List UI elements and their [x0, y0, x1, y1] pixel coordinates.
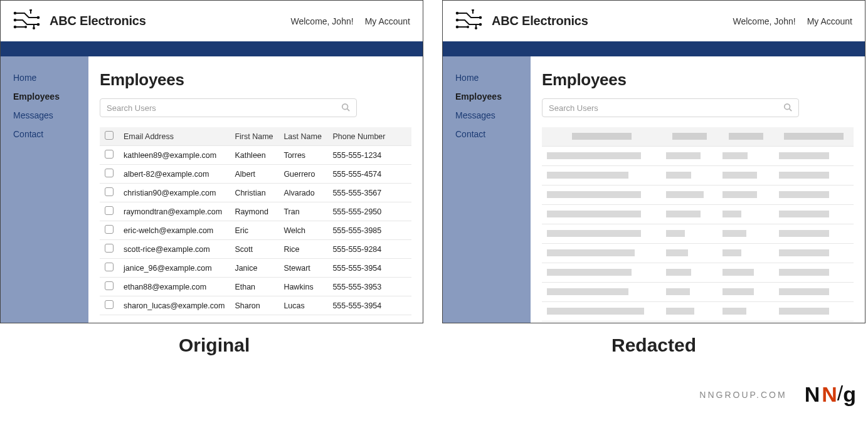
- panel-original: ABC Electronics Welcome, John! My Accoun…: [0, 0, 423, 323]
- cell-last: Hawkins: [278, 278, 327, 296]
- cell-email: eric-welch@example.com: [119, 221, 230, 240]
- cell-email: kathleen89@example.com: [119, 146, 230, 165]
- sidebar-item-home[interactable]: Home: [13, 73, 88, 83]
- col-header-email[interactable]: Email Address: [119, 127, 230, 146]
- redacted-bar: [779, 288, 829, 295]
- cell-first: Christian: [230, 184, 278, 202]
- cell-phone: 555-555-3953: [327, 278, 411, 296]
- svg-line-19: [790, 108, 792, 111]
- my-account-link[interactable]: My Account: [807, 16, 852, 26]
- redacted-bar: [547, 152, 641, 159]
- svg-point-11: [456, 19, 459, 22]
- my-account-link[interactable]: My Account: [365, 16, 410, 26]
- col-header-first[interactable]: First Name: [230, 127, 278, 146]
- row-checkbox[interactable]: [105, 281, 114, 290]
- redacted-bar: [722, 249, 741, 256]
- cell-last: Alvarado: [278, 184, 327, 202]
- table-row: albert-82@example.comAlbertGuerrero555-5…: [100, 165, 411, 184]
- svg-point-4: [37, 23, 40, 26]
- table-row: [542, 283, 854, 302]
- table-row: scott-rice@example.comScottRice555-555-9…: [100, 240, 411, 259]
- svg-point-1: [14, 19, 17, 22]
- cell-first: Eric: [230, 221, 278, 240]
- svg-line-9: [347, 108, 350, 111]
- redacted-bar: [666, 249, 688, 256]
- redacted-bar: [779, 230, 829, 237]
- redacted-bar: [729, 133, 763, 140]
- sidebar-item-home[interactable]: Home: [455, 73, 531, 83]
- brand: ABC Electronics: [13, 9, 146, 33]
- redacted-bar: [779, 152, 829, 159]
- sidebar-item-messages[interactable]: Messages: [455, 110, 531, 120]
- brand-name: ABC Electronics: [492, 14, 588, 28]
- sidebar-item-employees[interactable]: Employees: [13, 91, 88, 102]
- redacted-bar: [666, 191, 704, 198]
- svg-point-18: [785, 103, 790, 109]
- cell-phone: 555-555-3985: [327, 221, 411, 240]
- row-checkbox[interactable]: [105, 300, 114, 309]
- cell-phone: 555-555-3567: [327, 184, 411, 202]
- search-box[interactable]: [542, 98, 799, 117]
- main-content: Employees Email Address First Name Last …: [88, 56, 423, 323]
- table-row: eric-welch@example.comEricWelch555-555-3…: [100, 221, 411, 240]
- select-all-checkbox[interactable]: [105, 131, 114, 140]
- cell-email: sharon_lucas@example.com: [119, 296, 230, 315]
- svg-point-8: [342, 103, 348, 109]
- table-row: [542, 147, 854, 166]
- table-row: [542, 224, 854, 244]
- accent-bar: [443, 41, 865, 56]
- row-checkbox[interactable]: [105, 169, 114, 177]
- svg-point-3: [37, 16, 40, 19]
- cell-last: Stewart: [278, 259, 327, 278]
- svg-point-17: [467, 26, 469, 28]
- cell-first: Albert: [230, 165, 278, 184]
- page-title: Employees: [542, 70, 854, 90]
- redacted-bar: [572, 133, 632, 140]
- row-checkbox[interactable]: [105, 150, 114, 159]
- sidebar-item-contact[interactable]: Contact: [455, 129, 531, 139]
- search-input[interactable]: [107, 103, 341, 113]
- row-checkbox[interactable]: [105, 263, 114, 271]
- redacted-bar: [666, 172, 691, 179]
- cell-phone: 555-555-3954: [327, 296, 411, 315]
- svg-point-15: [472, 9, 474, 11]
- row-checkbox[interactable]: [105, 206, 114, 215]
- col-header-last[interactable]: Last Name: [278, 127, 327, 146]
- accent-bar: [1, 41, 423, 56]
- brand: ABC Electronics: [455, 9, 588, 33]
- sidebar-item-employees[interactable]: Employees: [455, 91, 531, 102]
- sidebar-item-messages[interactable]: Messages: [13, 110, 88, 120]
- redacted-bar: [666, 308, 694, 315]
- cell-last: Welch: [278, 221, 327, 240]
- cell-email: scott-rice@example.com: [119, 240, 230, 259]
- sidebar-item-contact[interactable]: Contact: [13, 129, 88, 139]
- cell-last: Tran: [278, 202, 327, 221]
- redacted-bar: [666, 152, 701, 159]
- cell-first: Raymond: [230, 202, 278, 221]
- redacted-bar: [784, 133, 844, 140]
- row-checkbox[interactable]: [105, 244, 114, 253]
- search-box[interactable]: [100, 98, 357, 117]
- table-row: [542, 185, 854, 205]
- col-header-phone[interactable]: Phone Number: [327, 127, 411, 146]
- caption-original: Original: [179, 335, 250, 356]
- redacted-bar: [722, 211, 741, 217]
- redacted-bar: [779, 308, 829, 315]
- redacted-bar: [547, 269, 632, 276]
- cell-last: Torres: [278, 146, 327, 165]
- search-icon: [783, 103, 792, 113]
- cell-first: Janice: [230, 259, 278, 278]
- cell-last: Rice: [278, 240, 327, 259]
- logo-circuit-icon: [455, 9, 484, 33]
- svg-point-12: [456, 26, 459, 29]
- svg-point-16: [475, 27, 477, 29]
- redacted-bar: [722, 152, 748, 159]
- row-checkbox[interactable]: [105, 187, 114, 196]
- header: ABC Electronics Welcome, John! My Accoun…: [443, 1, 865, 41]
- table-row: [542, 166, 854, 185]
- cell-phone: 555-555-4574: [327, 165, 411, 184]
- row-checkbox[interactable]: [105, 225, 114, 234]
- search-input[interactable]: [549, 103, 783, 113]
- panel-redacted: ABC Electronics Welcome, John! My Accoun…: [442, 0, 865, 323]
- main-content: Employees: [531, 56, 865, 323]
